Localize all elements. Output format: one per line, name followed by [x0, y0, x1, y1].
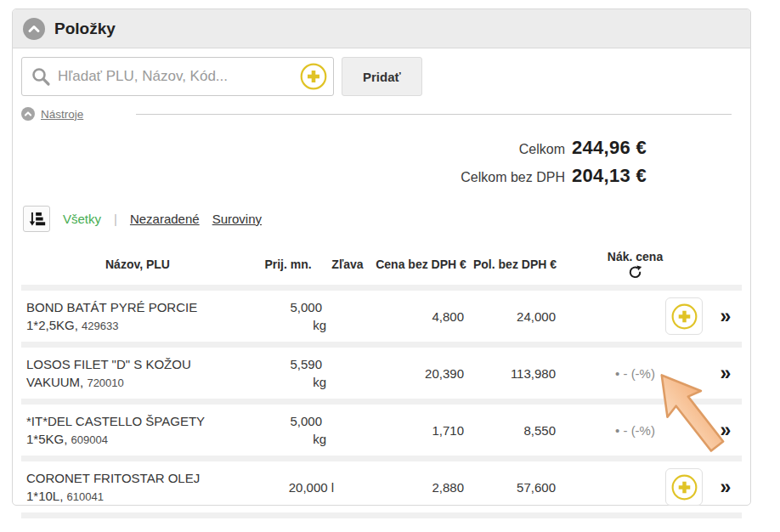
item-price: 20,390 — [373, 366, 469, 381]
tools-collapse-icon[interactable] — [21, 107, 35, 121]
expand-row-chevron[interactable]: » — [709, 305, 742, 328]
panel-collapse-icon[interactable] — [23, 18, 45, 40]
divider — [136, 114, 732, 115]
item-name: *IT*DEL CASTELLO ŠPAGETY 1*5KG, 609004 — [21, 412, 254, 449]
col-header-qty: Prij. mn. — [254, 257, 322, 272]
item-plu: 429633 — [82, 320, 118, 332]
filter-tab-all[interactable]: Všetky — [63, 212, 101, 226]
table-row: CORONET FRITOSTAR OLEJ 1*10L, 610041 20,… — [21, 461, 742, 518]
item-plu: 610041 — [67, 490, 104, 503]
search-box — [21, 57, 334, 96]
item-qty: 20,000l — [254, 478, 322, 496]
item-plu: 609004 — [71, 433, 108, 446]
item-qty: 5,000 kg — [254, 412, 322, 448]
sort-icon — [27, 210, 46, 229]
totals: Celkom244,96 € Celkom bez DPH204,13 € — [21, 134, 742, 190]
search-plus-button[interactable] — [300, 63, 327, 90]
col-header-purchase: Nák. cena — [608, 249, 663, 264]
table-header-row: Názov, PLU Prij. mn. Zľava Cena bez DPH … — [21, 243, 742, 291]
sort-button[interactable] — [23, 206, 50, 232]
add-button[interactable]: Pridať — [342, 57, 422, 96]
item-total: 24,000 — [469, 309, 561, 324]
plus-circle-icon — [671, 303, 698, 330]
total-no-vat-label: Celkom bez DPH — [461, 170, 565, 184]
table-row: BOND BATÁT PYRÉ PORCIE 1*2,5KG, 429633 5… — [21, 291, 742, 348]
col-header-name: Názov, PLU — [21, 257, 254, 272]
table-row: LOSOS FILET "D" S KOŽOU VAKUUM, 720010 5… — [21, 348, 742, 405]
purchase-price-placeholder: • - (-%) — [615, 423, 655, 438]
screen: Položky — [0, 0, 780, 532]
col-header-item-total: Pol. bez DPH € — [469, 257, 561, 272]
item-qty: 5,000 kg — [254, 298, 322, 334]
item-total: 57,600 — [469, 480, 561, 495]
item-name: LOSOS FILET "D" S KOŽOU VAKUUM, 720010 — [21, 355, 254, 392]
item-price: 2,880 — [373, 480, 469, 495]
total-value: 244,96 € — [572, 137, 647, 158]
item-name: BOND BATÁT PYRÉ PORCIE 1*2,5KG, 429633 — [21, 298, 254, 335]
add-purchase-price-button[interactable] — [665, 468, 703, 506]
item-name: CORONET FRITOSTAR OLEJ 1*10L, 610041 — [21, 469, 254, 506]
item-price: 4,800 — [373, 309, 469, 324]
panel-header: Položky — [13, 9, 750, 48]
search-input[interactable] — [51, 68, 300, 85]
plus-circle-icon — [671, 474, 698, 501]
tools-link[interactable]: Nástroje — [41, 108, 83, 121]
search-icon — [31, 66, 51, 87]
item-total: 113,980 — [469, 366, 561, 381]
expand-row-chevron[interactable]: » — [709, 476, 742, 499]
col-header-discount: Zľava — [322, 257, 373, 272]
purchase-price-placeholder: • - (-%) — [615, 366, 655, 381]
filter-tab-raw[interactable]: Suroviny — [212, 212, 262, 226]
filter-separator: | — [114, 212, 117, 226]
col-header-price: Cena bez DPH € — [373, 257, 469, 272]
add-purchase-price-button[interactable] — [665, 297, 703, 335]
item-price: 1,710 — [373, 423, 469, 438]
table-row: *IT*DEL CASTELLO ŠPAGETY 1*5KG, 609004 5… — [21, 405, 742, 461]
items-table: Názov, PLU Prij. mn. Zľava Cena bez DPH … — [21, 243, 742, 518]
expand-row-chevron[interactable]: » — [709, 362, 742, 385]
refresh-icon[interactable] — [628, 265, 642, 280]
total-label: Celkom — [519, 142, 565, 156]
polozky-panel: Položky — [12, 8, 751, 506]
item-qty: 5,590 kg — [254, 355, 322, 391]
total-no-vat-value: 204,13 € — [572, 165, 647, 186]
item-total: 8,550 — [469, 423, 561, 438]
page-title: Položky — [54, 20, 116, 38]
filter-tab-unsorted[interactable]: Nezaradené — [130, 212, 200, 226]
item-plu: 720010 — [87, 376, 123, 389]
